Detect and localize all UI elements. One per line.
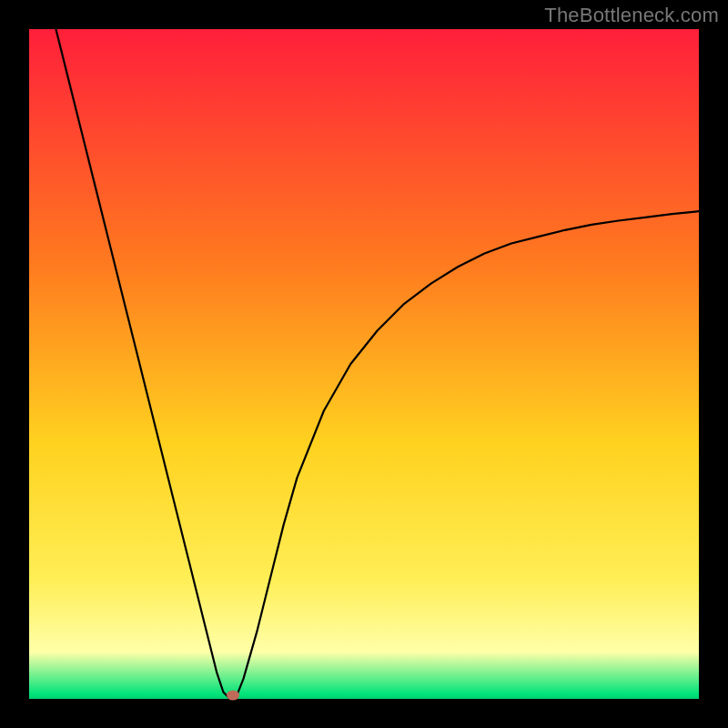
chart-plot (29, 29, 699, 699)
watermark-text: TheBottleneck.com (544, 4, 719, 27)
gradient-background (29, 29, 699, 699)
chart-frame: TheBottleneck.com (0, 0, 728, 728)
min-marker (227, 691, 239, 701)
